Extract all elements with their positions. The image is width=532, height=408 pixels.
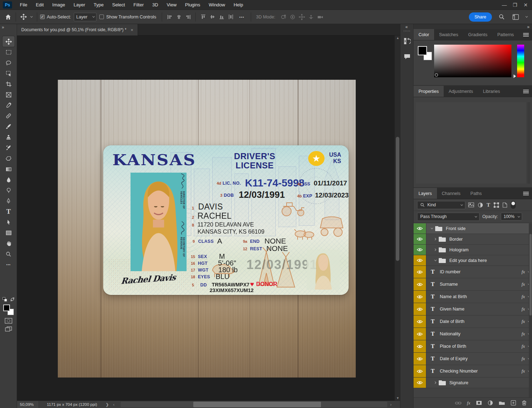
align-bottom-edges-icon[interactable] <box>217 12 226 22</box>
filter-shape-layers-icon[interactable] <box>494 202 499 208</box>
align-top-edges-icon[interactable] <box>199 12 208 22</box>
new-adjustment-layer-icon[interactable] <box>488 400 493 406</box>
menu-layer[interactable]: Layer <box>70 0 90 10</box>
hue-slider[interactable] <box>517 45 524 77</box>
distribute-horizontal-icon[interactable] <box>226 12 235 22</box>
more-align-options-icon[interactable]: ••• <box>239 15 244 19</box>
menu-3d[interactable]: 3D <box>148 0 162 10</box>
layer-row-place-of-birth[interactable]: T Place of Birth fx <box>414 340 532 353</box>
rectangle-tool[interactable] <box>2 228 15 238</box>
workspace-switcher-icon[interactable] <box>511 12 520 22</box>
layer-effects-label[interactable]: fx <box>522 343 525 349</box>
menu-type[interactable]: Type <box>89 0 108 10</box>
layer-filter-dropdown[interactable]: Kind <box>417 201 465 209</box>
properties-scrollbar[interactable] <box>527 102 530 184</box>
vertical-scroll-thumb[interactable] <box>396 137 399 261</box>
blend-mode-dropdown[interactable]: Pass Through <box>417 213 480 221</box>
visibility-toggle[interactable] <box>414 353 426 365</box>
canvas[interactable]: KANSAS DRIVER'SLICENSE ★ USA KS <box>17 35 394 401</box>
canvas-horizontal-scrollbar[interactable] <box>121 402 387 407</box>
spot-healing-brush-tool[interactable] <box>2 111 15 121</box>
close-window-button[interactable]: ✕ <box>523 2 528 8</box>
expand-group-icon[interactable] <box>434 381 436 384</box>
tab-channels[interactable]: Channels <box>437 188 466 199</box>
minimize-button[interactable]: — <box>501 2 507 8</box>
visibility-toggle[interactable] <box>414 291 426 303</box>
history-brush-tool[interactable] <box>2 142 15 153</box>
workspace-chevron-icon[interactable] <box>525 15 528 18</box>
visibility-toggle[interactable] <box>414 255 426 266</box>
toolbar-expand-icon[interactable]: » <box>2 25 4 30</box>
gradient-tool[interactable] <box>2 164 15 174</box>
menu-select[interactable]: Select <box>108 0 129 10</box>
marquee-tool[interactable] <box>2 47 15 57</box>
layer-row-surname[interactable]: T Surname fx <box>414 278 532 291</box>
collapse-group-icon[interactable] <box>431 227 433 229</box>
layer-effects-label[interactable]: fx <box>522 306 525 312</box>
expand-group-icon[interactable] <box>434 248 436 251</box>
layers-panel-menu-icon[interactable] <box>523 193 529 194</box>
layer-row-front-side[interactable]: Front side <box>414 223 532 234</box>
layer-filter-toggle[interactable] <box>511 201 516 209</box>
canvas-vertical-scrollbar[interactable]: ▲ ▼ <box>394 35 400 401</box>
search-icon[interactable] <box>497 12 506 22</box>
filter-type-layers-icon[interactable]: T <box>487 202 490 208</box>
menu-view[interactable]: View <box>162 0 181 10</box>
visibility-toggle[interactable] <box>414 234 426 244</box>
layer-row-border[interactable]: Border <box>414 234 532 245</box>
foreground-color-swatch[interactable] <box>3 304 10 311</box>
layer-row-id-number[interactable]: T ID number fx <box>414 266 532 278</box>
layer-effects-label[interactable]: fx <box>522 281 525 287</box>
visibility-toggle[interactable] <box>414 223 426 234</box>
tab-paths[interactable]: Paths <box>465 188 487 199</box>
auto-select-target-dropdown[interactable]: Layer <box>74 13 96 21</box>
crop-tool[interactable] <box>2 79 15 89</box>
expand-group-icon[interactable] <box>434 238 436 240</box>
move-tool-icon[interactable] <box>19 12 28 22</box>
align-horizontal-centers-icon[interactable] <box>174 12 183 22</box>
visibility-toggle[interactable] <box>414 378 426 388</box>
layer-row-nationality[interactable]: T Nationality fx <box>414 328 532 340</box>
tab-layers[interactable]: Layers <box>414 188 437 199</box>
home-icon[interactable] <box>4 12 13 22</box>
delete-layer-icon[interactable] <box>522 400 527 406</box>
collapse-group-icon[interactable] <box>434 259 437 261</box>
layer-row-date-of-expiry[interactable]: T Date of Expiry fx <box>414 353 532 365</box>
visibility-toggle[interactable] <box>414 245 426 255</box>
zoom-level-field[interactable]: 50,09% <box>17 401 39 408</box>
filter-smart-objects-icon[interactable] <box>503 202 507 208</box>
layer-effects-label[interactable]: fx <box>522 368 525 374</box>
expand-dock-icon[interactable]: » <box>527 24 530 29</box>
clone-stamp-tool[interactable] <box>2 132 15 142</box>
type-tool[interactable]: T <box>2 206 15 217</box>
add-layer-mask-icon[interactable] <box>476 401 482 405</box>
visibility-toggle[interactable] <box>414 266 426 278</box>
hand-tool[interactable] <box>2 238 15 249</box>
scroll-left-icon[interactable]: ‹ <box>113 402 115 407</box>
quick-mask-icon[interactable] <box>5 318 12 324</box>
tool-preset-chevron-icon[interactable] <box>30 15 33 18</box>
add-layer-style-icon[interactable]: fx <box>467 400 470 406</box>
layer-row-edit-your-data-here[interactable]: Edit your data here <box>414 255 532 266</box>
history-panel-icon[interactable] <box>400 35 414 47</box>
layers-scrollbar[interactable] <box>529 223 532 397</box>
scroll-right-icon[interactable]: › <box>390 402 392 407</box>
foreground-background-swatches[interactable] <box>3 304 14 315</box>
menu-plugins[interactable]: Plugins <box>181 0 205 10</box>
align-left-edges-icon[interactable] <box>165 12 174 22</box>
tab-gradients[interactable]: Gradients <box>463 29 492 40</box>
blur-tool[interactable] <box>2 174 15 185</box>
menu-filter[interactable]: Filter <box>129 0 148 10</box>
horizontal-scroll-thumb[interactable] <box>193 402 321 407</box>
layer-effects-label[interactable]: fx <box>522 269 525 275</box>
menu-help[interactable]: Help <box>229 0 248 10</box>
align-right-edges-icon[interactable] <box>183 12 193 22</box>
tab-color[interactable]: Color <box>414 29 434 40</box>
visibility-toggle[interactable] <box>414 340 426 352</box>
scroll-down-icon[interactable]: ▼ <box>396 396 399 400</box>
default-colors-icon[interactable] <box>2 297 7 302</box>
restore-button[interactable]: ❐ <box>512 2 518 8</box>
layer-effects-label[interactable]: fx <box>522 319 525 324</box>
menu-edit[interactable]: Edit <box>32 0 48 10</box>
menu-window[interactable]: Window <box>204 0 229 10</box>
